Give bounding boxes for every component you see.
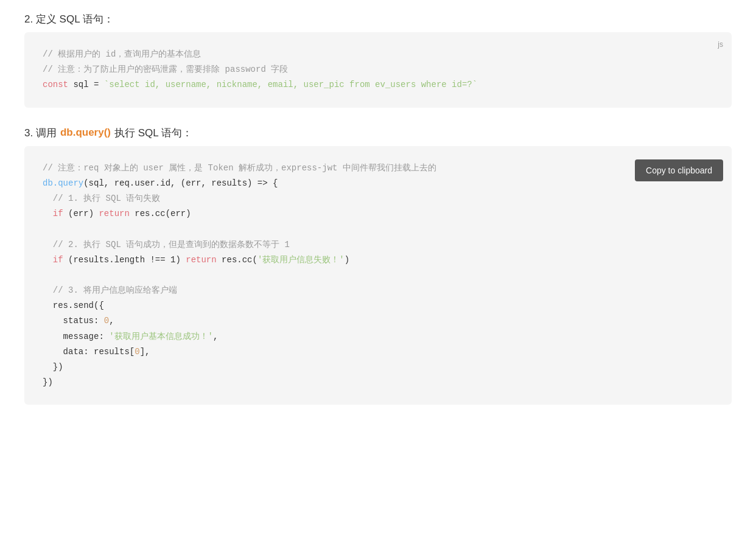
section-3-code: // 注意：req 对象上的 user 属性，是 Token 解析成功，expr… (43, 161, 713, 391)
code-res-send-open: res.send({ (43, 301, 104, 310)
section-2: 2. 定义 SQL 语句： js // 根据用户的 id，查询用户的基本信息 /… (24, 12, 732, 108)
code-line-comment-1: // 注意：req 对象上的 user 属性，是 Token 解析成功，expr… (43, 163, 436, 173)
code-sql-var: sql = (68, 80, 104, 89)
code-sql-value: `select id, username, nickname, email, u… (104, 80, 477, 89)
section-3-heading: 3. 调用 db.query() 执行 SQL 语句： (24, 126, 732, 140)
copy-to-clipboard-button[interactable]: Copy to clipboard (635, 159, 723, 181)
code-status-key: status: (43, 316, 104, 326)
code-res-cc-close: ) (345, 255, 349, 265)
code-if-keyword-2: if (53, 255, 63, 265)
code-comment-line: // 根据用户的 id，查询用户的基本信息 (43, 49, 201, 59)
section-2-heading-text: 2. 定义 SQL 语句： (24, 12, 114, 26)
code-res-cc-open: res.cc( (217, 255, 257, 265)
code-line-if-results (43, 255, 53, 265)
code-fail-message-string: '获取用户信息失败！' (257, 255, 345, 265)
code-const-keyword: const (43, 80, 68, 89)
section-3-heading-prefix: 3. 调用 (24, 126, 57, 140)
code-line-comment-3: // 2. 执行 SQL 语句成功，但是查询到的数据条数不等于 1 (43, 240, 290, 250)
code-status-value: 0 (104, 316, 109, 326)
section-2-heading: 2. 定义 SQL 语句： (24, 12, 732, 26)
code-if-err-body: (err) (63, 209, 99, 218)
section-3-code-block: Copy to clipboard // 注意：req 对象上的 user 属性… (24, 146, 732, 405)
code-data-index: 0 (135, 347, 139, 357)
code-outer-close: }) (43, 377, 53, 387)
code-data-key: data: results[ (43, 347, 135, 357)
code-res-cc-err: res.cc(err) (130, 209, 191, 218)
code-if-keyword-1: if (53, 209, 63, 218)
code-message-key: message: (43, 332, 109, 341)
section-3-heading-highlight: db.query() (60, 127, 111, 139)
code-return-keyword-2: return (186, 255, 216, 265)
section-2-code-block: js // 根据用户的 id，查询用户的基本信息 // 注意：为了防止用户的密码… (24, 32, 732, 108)
code-db-query-fn: db.query (43, 178, 83, 188)
code-comment-line-2: // 注意：为了防止用户的密码泄露，需要排除 password 字段 (43, 65, 288, 74)
code-line-comment-4: // 3. 将用户信息响应给客户端 (43, 285, 177, 295)
section-2-code: // 根据用户的 id，查询用户的基本信息 // 注意：为了防止用户的密码泄露，… (43, 47, 713, 93)
code-data-close: ], (140, 347, 150, 357)
code-status-comma: , (109, 316, 114, 326)
code-line-comment-2: // 1. 执行 SQL 语句失败 (43, 194, 160, 203)
lang-badge: js (718, 38, 723, 51)
code-res-send-close: }) (43, 362, 63, 372)
code-success-message-string: '获取用户基本信息成功！' (109, 332, 213, 341)
code-return-keyword-1: return (99, 209, 129, 218)
section-3: 3. 调用 db.query() 执行 SQL 语句： Copy to clip… (24, 126, 732, 405)
code-message-comma: , (213, 332, 218, 341)
code-db-query-args: (sql, req.user.id, (err, results) => { (83, 178, 278, 188)
code-line-if-err (43, 209, 53, 218)
code-if-results-check: (results.length !== 1) (63, 255, 186, 265)
section-3-heading-suffix: 执行 SQL 语句： (114, 126, 192, 140)
